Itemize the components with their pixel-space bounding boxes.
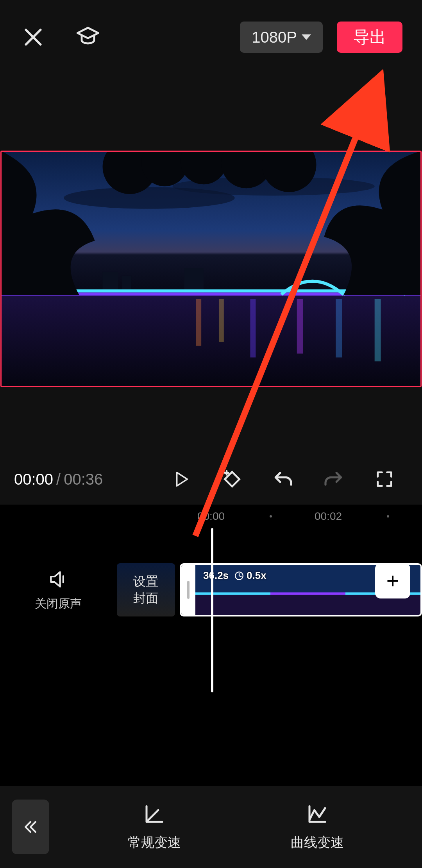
redo-icon [323,468,345,490]
tool-normal-label: 常规变速 [128,834,181,852]
undo-icon [272,468,294,490]
add-clip-button[interactable]: + [375,563,410,598]
play-icon [172,469,190,489]
ruler-dot [270,515,272,518]
back-button[interactable] [12,800,49,854]
svg-rect-1 [2,295,420,386]
svg-rect-24 [270,594,345,615]
header-right: 1080P 导出 [240,22,402,53]
svg-rect-13 [336,299,342,358]
tutorial-button[interactable] [74,23,102,51]
export-button[interactable]: 导出 [337,22,402,53]
resolution-dropdown[interactable]: 1080P [240,22,323,53]
cover-label: 设置 封面 [133,573,158,607]
ruler-tick-0: 00:00 [197,510,225,523]
current-time: 00:00 [14,471,53,488]
speaker-icon [47,568,69,590]
close-icon [22,26,44,48]
playback-bar: 00:00/00:36 [0,454,422,505]
clip-speed-badge: 0.5x [247,570,266,582]
fullscreen-button[interactable] [371,465,398,493]
close-button[interactable] [20,23,47,51]
undo-button[interactable] [269,465,297,493]
time-ruler: 00:00 00:02 [0,505,422,528]
svg-rect-22 [195,592,270,595]
playhead[interactable] [211,528,213,692]
keyframe-button[interactable] [218,465,246,493]
curve-speed-icon [306,802,329,826]
svg-rect-10 [219,299,224,342]
keyframe-icon [221,468,243,490]
svg-rect-23 [270,565,345,594]
tool-normal-speed[interactable]: 常规变速 [128,802,181,852]
svg-rect-11 [250,299,256,358]
fullscreen-icon [374,469,395,489]
graduation-cap-icon [75,25,100,50]
preview-illustration [2,152,420,386]
svg-rect-25 [270,592,345,595]
svg-rect-9 [196,299,201,346]
preview-area: 00:00/00:36 [0,74,422,505]
resolution-label: 1080P [252,29,297,46]
header-left [20,23,102,51]
mute-toggle[interactable]: 关闭原声 [0,568,117,612]
mute-label: 关闭原声 [35,596,82,612]
time-separator: / [53,471,64,488]
chevron-down-icon [302,34,311,40]
redo-button[interactable] [320,465,347,493]
speed-icon [234,571,244,581]
play-button[interactable] [168,465,195,493]
set-cover-button[interactable]: 设置 封面 [117,563,175,616]
tool-curve-speed[interactable]: 曲线变速 [291,802,344,852]
timeline-area[interactable]: 00:00 00:02 关闭原声 设置 封面 36.2s 0.5x [0,505,422,786]
svg-rect-12 [297,299,303,354]
ruler-dot [387,515,389,518]
header-bar: 1080P 导出 [0,0,422,74]
chevron-double-left-icon [22,818,39,836]
video-canvas[interactable] [0,151,422,387]
ruler-tick-1: 00:02 [315,510,342,523]
svg-rect-21 [195,594,270,615]
svg-rect-14 [375,299,381,361]
tool-curve-label: 曲线变速 [291,834,344,852]
time-display: 00:00/00:36 [14,471,103,488]
bottom-toolbar: 常规变速 曲线变速 [0,786,422,868]
clip-handle-left[interactable] [181,565,195,615]
clip-duration-badge: 36.2s [203,570,229,582]
total-duration: 00:36 [64,471,103,488]
normal-speed-icon [143,802,166,826]
